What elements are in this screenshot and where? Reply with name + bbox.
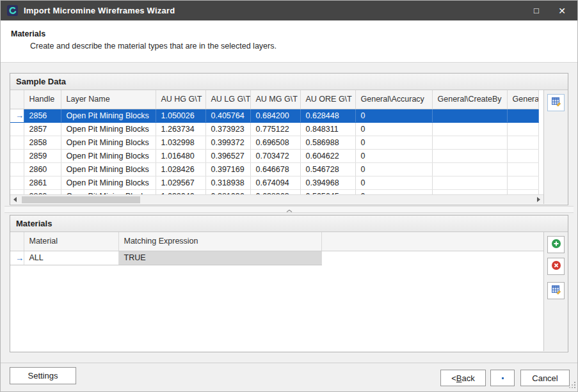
- cell-extra[interactable]: [507, 136, 538, 149]
- cell-createby[interactable]: [432, 122, 507, 136]
- table-row[interactable]: 2857 Open Pit Mining Blocks 1.263734 0.3…: [10, 122, 538, 136]
- cell-extra[interactable]: [507, 162, 538, 176]
- cell-au-mg[interactable]: 0.775122: [250, 122, 300, 136]
- cell-au-ore[interactable]: 0.848311: [300, 122, 355, 136]
- cell-au-ore[interactable]: 0.628448: [300, 109, 355, 122]
- cell-layer-name[interactable]: Open Pit Mining Blocks: [61, 149, 156, 162]
- column-header-indicator: [10, 232, 24, 251]
- table-row[interactable]: 2861 Open Pit Mining Blocks 1.029567 0.3…: [10, 176, 538, 189]
- table-row[interactable]: 2859 Open Pit Mining Blocks 1.016480 0.3…: [10, 149, 538, 162]
- column-header-general-accuracy[interactable]: General\Accuracy: [355, 90, 432, 109]
- cell-accuracy[interactable]: 0: [355, 122, 432, 136]
- column-header-general-createby[interactable]: General\CreateBy: [432, 90, 507, 109]
- cell-au-ore[interactable]: 0.586988: [300, 136, 355, 149]
- cell-au-lg[interactable]: 0.397169: [205, 162, 250, 176]
- cell-extra[interactable]: [507, 176, 538, 189]
- cell-createby[interactable]: [432, 149, 507, 162]
- scroll-left-icon[interactable]: [10, 195, 20, 204]
- cell-accuracy[interactable]: 0: [355, 162, 432, 176]
- table-row[interactable]: → ALL TRUE: [10, 251, 543, 265]
- splitter-handle[interactable]: [4, 206, 574, 213]
- cell-au-ore[interactable]: 0.394968: [300, 176, 355, 189]
- column-header-au-ore[interactable]: AU ORE G\T: [300, 90, 355, 109]
- cell-material[interactable]: ALL: [24, 251, 118, 265]
- cell-layer-name[interactable]: Open Pit Mining Blocks: [61, 109, 156, 122]
- cell-au-hg[interactable]: 1.029567: [156, 176, 205, 189]
- cell-handle[interactable]: 2858: [24, 136, 61, 149]
- column-header-au-mg[interactable]: AU MG G\T: [250, 90, 300, 109]
- cell-handle[interactable]: 2856: [24, 109, 61, 122]
- cell-au-hg[interactable]: 1.016480: [156, 149, 205, 162]
- cell-handle[interactable]: 2861: [24, 176, 61, 189]
- cell-au-mg[interactable]: 0.646678: [250, 162, 300, 176]
- cell-au-ore[interactable]: 0.546728: [300, 162, 355, 176]
- column-header-general-clipped[interactable]: General\C: [507, 90, 538, 109]
- column-header-layer-name[interactable]: Layer Name: [61, 90, 156, 109]
- cell-layer-name[interactable]: Open Pit Mining Blocks: [61, 122, 156, 136]
- table-row[interactable]: 2860 Open Pit Mining Blocks 1.028426 0.3…: [10, 162, 538, 176]
- app-icon: [7, 5, 18, 16]
- cell-layer-name[interactable]: Open Pit Mining Blocks: [61, 136, 156, 149]
- cell-accuracy[interactable]: 0: [355, 136, 432, 149]
- cell-extra[interactable]: [507, 109, 538, 122]
- table-row[interactable]: → 2856 Open Pit Mining Blocks 1.050026 0…: [10, 109, 538, 122]
- cell-accuracy[interactable]: 0: [355, 176, 432, 189]
- back-button[interactable]: < Back: [440, 370, 486, 386]
- cell-extra[interactable]: [507, 149, 538, 162]
- cell-au-lg[interactable]: 0.318938: [205, 176, 250, 189]
- scrollbar-thumb[interactable]: [22, 196, 140, 203]
- sample-data-grid[interactable]: Handle Layer Name AU HG G\T AU LG G\T AU…: [10, 90, 543, 204]
- edit-grid-button[interactable]: [547, 94, 565, 111]
- cell-layer-name[interactable]: Open Pit Mining Blocks: [61, 176, 156, 189]
- column-header-au-lg[interactable]: AU LG G\T: [205, 90, 250, 109]
- cell-extra[interactable]: [507, 122, 538, 136]
- cell-createby[interactable]: [432, 176, 507, 189]
- cell-au-lg[interactable]: 0.399372: [205, 136, 250, 149]
- cell-au-mg[interactable]: 0.696508: [250, 136, 300, 149]
- column-header-matching-expression[interactable]: Matching Expression: [118, 232, 321, 251]
- cell-accuracy[interactable]: 0: [355, 149, 432, 162]
- cell-au-lg[interactable]: 0.373923: [205, 122, 250, 136]
- cell-createby[interactable]: [432, 109, 507, 122]
- title-bar[interactable]: Import Micromine Wireframes Wizard □ ✕: [1, 1, 577, 20]
- cell-createby[interactable]: [432, 136, 507, 149]
- scroll-right-icon[interactable]: [534, 195, 543, 204]
- column-header-handle[interactable]: Handle: [24, 90, 61, 109]
- cell-au-mg[interactable]: 0.674094: [250, 176, 300, 189]
- settings-button[interactable]: Settings: [10, 367, 76, 384]
- cell-au-mg[interactable]: 0.684200: [250, 109, 300, 122]
- next-busy-button[interactable]: [490, 370, 515, 386]
- cell-handle[interactable]: 2859: [24, 149, 61, 162]
- cell-handle[interactable]: 2857: [24, 122, 61, 136]
- cell-handle[interactable]: 2860: [24, 162, 61, 176]
- cell-au-lg[interactable]: 0.405764: [205, 109, 250, 122]
- row-indicator-icon[interactable]: →: [10, 251, 24, 265]
- maximize-icon[interactable]: □: [524, 1, 549, 20]
- add-material-button[interactable]: [547, 236, 565, 253]
- horizontal-scrollbar[interactable]: [10, 194, 543, 204]
- page-description: Create and describe the material types t…: [30, 42, 277, 51]
- cell-au-lg[interactable]: 0.396527: [205, 149, 250, 162]
- cell-accuracy[interactable]: 0: [355, 109, 432, 122]
- column-header-indicator: [10, 90, 24, 109]
- cell-au-hg[interactable]: 1.032998: [156, 136, 205, 149]
- cell-au-hg[interactable]: 1.028426: [156, 162, 205, 176]
- cell-au-ore[interactable]: 0.604622: [300, 149, 355, 162]
- resize-grip[interactable]: [568, 382, 575, 389]
- row-indicator-icon[interactable]: →: [10, 109, 24, 122]
- column-header-material[interactable]: Material: [24, 232, 118, 251]
- materials-toolbar: [543, 232, 568, 351]
- delete-material-button[interactable]: [547, 258, 565, 275]
- cell-createby[interactable]: [432, 162, 507, 176]
- cell-au-hg[interactable]: 1.263734: [156, 122, 205, 136]
- cell-layer-name[interactable]: Open Pit Mining Blocks: [61, 162, 156, 176]
- cell-au-mg[interactable]: 0.703472: [250, 149, 300, 162]
- table-row[interactable]: 2858 Open Pit Mining Blocks 1.032998 0.3…: [10, 136, 538, 149]
- close-icon[interactable]: ✕: [549, 1, 575, 20]
- column-header-au-hg[interactable]: AU HG G\T: [156, 90, 205, 109]
- edit-materials-grid-button[interactable]: [547, 282, 565, 299]
- cancel-button[interactable]: Cancel: [520, 370, 570, 386]
- cell-au-hg[interactable]: 1.050026: [156, 109, 205, 122]
- cell-matching-expression[interactable]: TRUE: [118, 251, 321, 265]
- materials-grid[interactable]: Material Matching Expression → ALL TRUE: [10, 232, 543, 351]
